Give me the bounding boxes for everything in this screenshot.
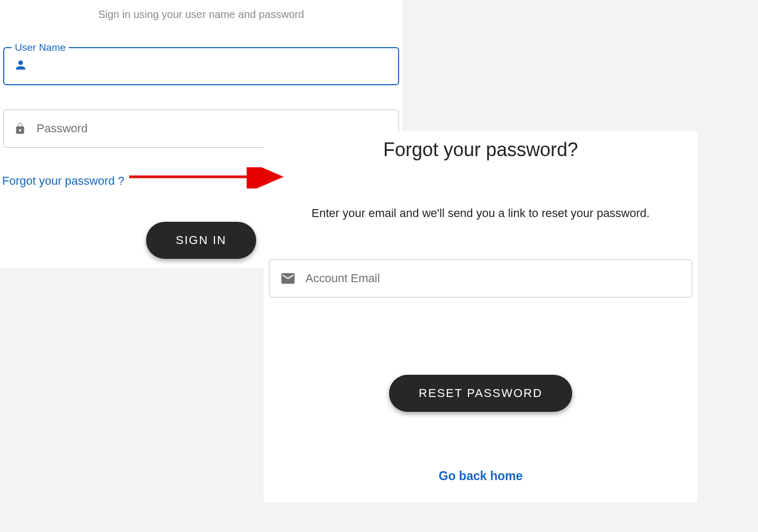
- forgot-title: Forgot your password?: [264, 139, 698, 161]
- forgot-password-link[interactable]: Forgot your password ?: [2, 174, 124, 188]
- user-icon: [14, 59, 28, 73]
- username-field[interactable]: User Name: [3, 47, 399, 85]
- reset-password-button[interactable]: RESET PASSWORD: [389, 375, 572, 412]
- signin-button[interactable]: SIGN IN: [146, 222, 256, 259]
- forgot-description: Enter your email and we'll send you a li…: [264, 206, 698, 220]
- account-email-field[interactable]: [269, 259, 692, 297]
- username-input[interactable]: [37, 48, 398, 84]
- signin-subtitle: Sign in using your user name and passwor…: [0, 8, 402, 21]
- lock-icon: [13, 122, 27, 136]
- mail-icon: [280, 270, 296, 286]
- username-label: User Name: [12, 42, 69, 53]
- go-back-home-link[interactable]: Go back home: [439, 469, 522, 483]
- account-email-input[interactable]: [305, 260, 692, 297]
- forgot-password-panel: Forgot your password? Enter your email a…: [264, 131, 698, 502]
